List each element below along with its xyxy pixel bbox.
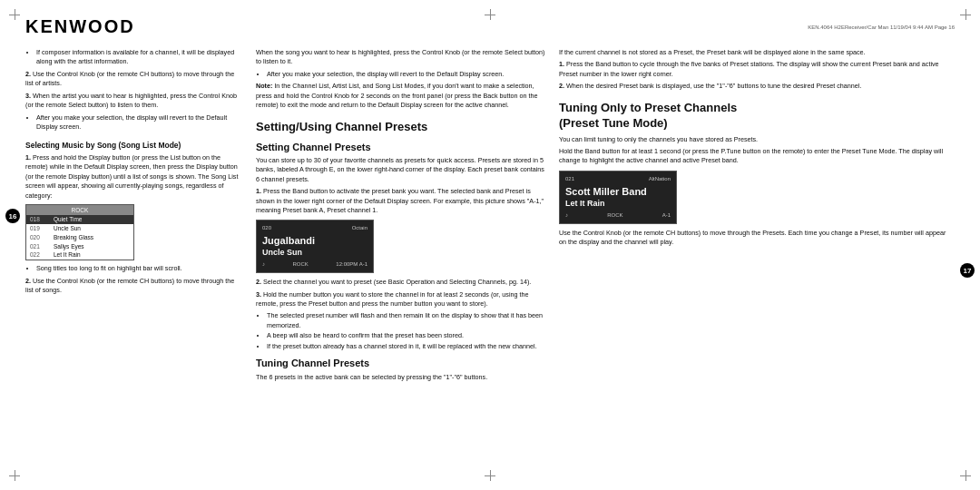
song-item-highlighted: 018 Quiet Time [26, 215, 133, 224]
crosshair-top-left [9, 9, 20, 20]
display-top-bar-2: 021 AltNation [565, 175, 671, 183]
crosshair-top-right [960, 9, 971, 20]
setting-step2: 2. Select the channel you want to preset… [256, 278, 546, 287]
tuning-preset-intro: You can limit tuning to only the channel… [559, 135, 955, 144]
song-title-2: Breaking Glass [54, 233, 93, 242]
setting-presets-heading: Setting Channel Presets [256, 141, 546, 153]
display-sub-2: Let It Rain [565, 198, 671, 210]
mid-step-highlighted: When the song you want to hear is highli… [256, 48, 546, 67]
main-content: If composer information is available for… [25, 48, 955, 475]
display-main-2: Scott Miller Band [565, 185, 671, 198]
tuning-preset-use: Use the Control Knob (or the remote CH b… [559, 229, 955, 248]
right-step1: 1. Press the Band button to cycle throug… [559, 60, 955, 79]
page-number-left: 16 [5, 209, 20, 223]
song-title-3: Sallys Eyes [54, 242, 84, 251]
setting-intro: You can store up to 30 of your favorite … [256, 156, 546, 184]
song-num-1: 019 [30, 224, 50, 233]
song-list-header: ROCK [26, 205, 133, 215]
tuning-preset-hold: Hold the Band button for at least 1 seco… [559, 147, 955, 166]
display-box-2: 021 AltNation Scott Miller Band Let It R… [559, 171, 677, 224]
display-top-right-1: Octain [352, 224, 368, 232]
step3-bullet: After you make your selection, the displ… [36, 113, 243, 132]
display-top-bar-1: 020 Octain [262, 224, 368, 232]
scroll-note: Song titles too long to fit on highlight… [36, 264, 243, 273]
column-mid: When the song you want to hear is highli… [256, 48, 546, 475]
display-note-icon-2: ♪ [565, 211, 568, 220]
crosshair-top-mid [485, 9, 495, 20]
song-title-1: Uncle Sun [54, 224, 81, 233]
display-main-1: Jugalbandi [262, 234, 368, 247]
page-number-right: 17 [960, 263, 975, 278]
bullet-replace: If the preset button already has a chann… [267, 342, 546, 351]
display-note-icon-1: ♪ [262, 260, 265, 269]
display-top-left-1: 020 [262, 224, 271, 232]
song-title-0: Quiet Time [54, 215, 82, 224]
bullet-composer: If composer information is available for… [36, 48, 243, 67]
setting-step3: 3. Hold the number button you want to st… [256, 290, 546, 309]
song-item-2: 020 Breaking Glass [26, 233, 133, 242]
mid-note: Note: In the Channel List, Artist List, … [256, 82, 546, 110]
selecting-heading: Selecting Music by Song (Song List Mode) [25, 140, 243, 151]
tuning-channel-heading: Tuning Channel Presets [256, 357, 546, 369]
header-meta: KEN.4064 H2EReceiver/Car Man 11/19/04 9:… [808, 24, 955, 30]
crosshair-bottom-mid [485, 470, 495, 481]
select-step2: 2. Use the Control Knob (or the remote C… [25, 277, 243, 296]
setting-step1: 1. Press the Band button to activate the… [256, 187, 546, 215]
display-box-1: 020 Octain Jugalbandi Uncle Sun ♪ ROCK 1… [256, 220, 374, 273]
kenwood-logo: KENWOOD [25, 16, 135, 37]
display-bottom-left-1: ROCK [292, 260, 308, 269]
crosshair-bottom-left [9, 470, 20, 481]
setting-using-heading: Setting/Using Channel Presets [256, 120, 546, 135]
display-bottom-bar-1: ♪ ROCK 12:00PM A-1 [262, 260, 368, 269]
bullet-flash: The selected preset number will flash an… [267, 311, 546, 330]
song-title-4: Let It Rain [54, 250, 81, 260]
song-list-display: ROCK 018 Quiet Time 019 Uncle Sun 020 Br… [25, 204, 134, 260]
display-top-left-2: 021 [565, 175, 574, 183]
crosshair-bottom-right [960, 470, 971, 481]
song-item-1: 019 Uncle Sun [26, 224, 133, 233]
select-step1: 1. Press and hold the Display button (or… [25, 153, 243, 201]
song-item-3: 021 Sallys Eyes [26, 242, 133, 251]
if-not-preset: If the current channel is not stored as … [559, 48, 955, 57]
song-num-4: 022 [30, 250, 50, 260]
column-left: If composer information is available for… [25, 48, 243, 475]
header: KENWOOD KEN.4064 H2EReceiver/Car Man 11/… [25, 16, 955, 41]
song-num-3: 021 [30, 242, 50, 251]
page-container: 16 17 KENWOOD KEN.4064 H2EReceiver/Car M… [0, 0, 980, 490]
display-bottom-right-2: A-1 [662, 211, 671, 220]
display-bottom-right-1: 12:00PM A-1 [336, 260, 368, 269]
display-top-right-2: AltNation [649, 175, 671, 183]
step3-artists: 3. When the artist you want to hear is h… [25, 92, 243, 111]
song-num-2: 020 [30, 233, 50, 242]
display-bottom-bar-2: ♪ ROCK A-1 [565, 211, 671, 220]
display-bottom-left-2: ROCK [607, 211, 622, 220]
tuning-channel-intro: The 6 presets in the active bank can be … [256, 373, 546, 382]
column-right: If the current channel is not stored as … [559, 48, 955, 475]
song-num-0: 018 [30, 215, 50, 224]
right-step2: 2. When the desired Preset bank is displ… [559, 82, 955, 91]
mid-after-selection: After you make your selection, the displ… [267, 70, 546, 79]
tuning-preset-heading: Tuning Only to Preset Channels (Preset T… [559, 101, 955, 132]
bullet-beep: A beep will also be heard to confirm tha… [267, 331, 546, 340]
song-item-4: 022 Let It Rain [26, 250, 133, 260]
step2-artists: 2. Use the Control Knob (or the remote C… [25, 70, 243, 89]
display-sub-1: Uncle Sun [262, 247, 368, 259]
